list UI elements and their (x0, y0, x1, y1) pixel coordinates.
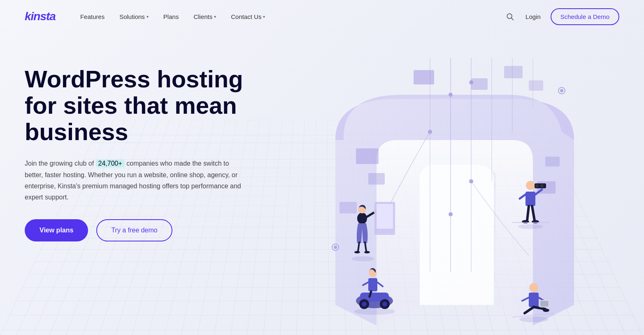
page-wrapper: kinsta Features Solutions ▾ Plans (0, 0, 644, 335)
svg-rect-56 (368, 278, 377, 291)
nav-item-clients[interactable]: Clients ▾ (193, 13, 216, 20)
nav-link-features[interactable]: Features (80, 13, 105, 20)
hero-title: WordPress hosting for sites that mean bu… (25, 66, 272, 145)
nav-links: Features Solutions ▾ Plans Clients ▾ (80, 13, 265, 20)
nav-item-contact[interactable]: Contact Us ▾ (231, 13, 265, 20)
nav-link-solutions[interactable]: Solutions ▾ (119, 13, 149, 20)
svg-rect-15 (504, 66, 523, 78)
schedule-demo-button[interactable]: Schedule a Demo (551, 8, 619, 25)
svg-rect-62 (529, 293, 539, 307)
navbar: kinsta Features Solutions ▾ Plans (0, 0, 644, 33)
login-link[interactable]: Login (525, 13, 541, 20)
svg-point-25 (334, 246, 337, 249)
chevron-down-icon: ▾ (263, 14, 265, 19)
view-plans-button[interactable]: View plans (25, 219, 88, 241)
search-button[interactable] (504, 11, 516, 22)
try-free-demo-button[interactable]: Try a free demo (96, 219, 172, 241)
svg-point-63 (529, 283, 538, 292)
svg-point-61 (354, 308, 395, 315)
chevron-down-icon: ▾ (214, 14, 216, 19)
svg-point-23 (560, 89, 563, 92)
svg-point-66 (543, 309, 549, 312)
search-icon (506, 12, 514, 21)
hero-illustration (274, 58, 644, 335)
nav-link-plans[interactable]: Plans (163, 13, 179, 20)
svg-rect-13 (414, 70, 434, 84)
chevron-down-icon: ▾ (146, 14, 149, 19)
svg-rect-16 (529, 80, 543, 91)
svg-line-1 (511, 18, 514, 20)
svg-point-26 (357, 213, 367, 224)
nav-link-contact[interactable]: Contact Us ▾ (231, 13, 265, 20)
svg-point-41 (540, 184, 544, 187)
svg-point-53 (362, 302, 367, 307)
hero-svg (274, 58, 644, 335)
svg-point-32 (354, 251, 360, 253)
hero-description: Join the growing club of 24,700+ compani… (25, 158, 247, 203)
svg-line-44 (527, 206, 529, 220)
svg-point-34 (351, 256, 374, 261)
svg-point-55 (382, 302, 387, 307)
nav-item-features[interactable]: Features (80, 13, 105, 20)
hero-section: WordPress hosting for sites that mean bu… (0, 33, 644, 335)
svg-rect-14 (471, 78, 488, 90)
svg-rect-70 (540, 301, 549, 307)
svg-point-48 (518, 224, 543, 229)
svg-point-38 (526, 181, 535, 190)
svg-point-40 (535, 184, 539, 187)
logo[interactable]: kinsta (25, 10, 56, 23)
nav-right: Login Schedule a Demo (504, 8, 619, 25)
hero-left: WordPress hosting for sites that mean bu… (25, 49, 272, 241)
svg-point-10 (449, 212, 453, 216)
svg-rect-18 (368, 173, 385, 185)
svg-point-71 (519, 316, 548, 322)
svg-point-8 (449, 93, 453, 97)
svg-point-33 (364, 251, 370, 253)
nav-link-clients[interactable]: Clients ▾ (193, 13, 216, 20)
nav-item-plans[interactable]: Plans (163, 13, 179, 20)
hero-buttons: View plans Try a free demo (25, 219, 272, 241)
svg-rect-37 (525, 192, 535, 206)
nav-item-solutions[interactable]: Solutions ▾ (119, 13, 149, 20)
svg-rect-36 (377, 204, 393, 229)
svg-rect-20 (545, 157, 560, 166)
svg-rect-17 (356, 148, 379, 164)
svg-rect-21 (339, 202, 357, 213)
company-count-highlight: 24,700+ (96, 159, 125, 167)
